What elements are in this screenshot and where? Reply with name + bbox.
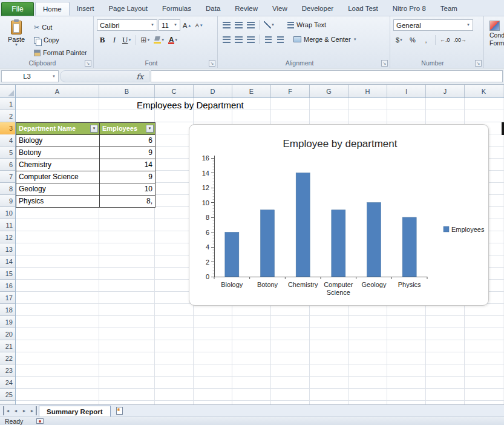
- table-cell[interactable]: 8,: [100, 196, 155, 208]
- row-header-24[interactable]: 24: [0, 377, 15, 389]
- decrease-indent-button[interactable]: [263, 34, 273, 45]
- increase-decimal-button[interactable]: ← .0: [439, 35, 451, 45]
- borders-button[interactable]: ⊞ ▼: [139, 35, 151, 45]
- font-dialog-launcher-icon[interactable]: ↘: [209, 60, 215, 67]
- column-header-j[interactable]: J: [426, 85, 465, 98]
- top-align-button[interactable]: [221, 19, 232, 30]
- underline-button[interactable]: U ▼: [121, 35, 133, 45]
- row-header-18[interactable]: 18: [0, 304, 15, 316]
- grow-font-button[interactable]: A▲: [182, 20, 192, 31]
- tab-view[interactable]: View: [265, 2, 295, 16]
- name-box[interactable]: L3 ▼: [1, 70, 59, 82]
- orientation-button[interactable]: ▼: [263, 19, 276, 30]
- prev-sheet-button[interactable]: ◄: [11, 406, 20, 415]
- bold-button[interactable]: B: [97, 35, 108, 45]
- row-header-22[interactable]: 22: [0, 352, 15, 364]
- sheet-tab-summary-report[interactable]: Summary Report: [39, 406, 111, 417]
- font-size-combo[interactable]: 11 ▼: [159, 19, 180, 31]
- row-header-10[interactable]: 10: [0, 207, 15, 219]
- increase-indent-button[interactable]: [275, 34, 286, 45]
- number-dialog-launcher-icon[interactable]: ↘: [475, 60, 482, 67]
- row-header-3[interactable]: 3: [0, 122, 15, 134]
- tab-review[interactable]: Review: [227, 2, 265, 16]
- middle-align-button[interactable]: [233, 19, 244, 30]
- table-header-department-name[interactable]: Department Name▼: [16, 123, 100, 135]
- tab-page-layout[interactable]: Page Layout: [101, 2, 155, 16]
- row-header-23[interactable]: 23: [0, 364, 15, 377]
- row-header-21[interactable]: 21: [0, 340, 15, 352]
- number-format-combo[interactable]: General ▼: [393, 19, 473, 31]
- row-header-4[interactable]: 4: [0, 134, 15, 147]
- table-cell[interactable]: 6: [100, 135, 155, 147]
- copy-button[interactable]: Copy: [32, 35, 89, 45]
- worksheet-title-cell[interactable]: Employees by Department: [137, 99, 244, 111]
- table-cell[interactable]: Botony: [16, 147, 100, 159]
- row-header-15[interactable]: 15: [0, 268, 15, 280]
- font-name-combo[interactable]: Calibri ▼: [97, 19, 157, 31]
- table-cell[interactable]: 9: [100, 171, 155, 183]
- fill-color-button[interactable]: ▼: [152, 35, 166, 45]
- row-header-11[interactable]: 11: [0, 219, 15, 231]
- decrease-decimal-button[interactable]: .00 →: [453, 35, 468, 45]
- tab-formulas[interactable]: Formulas: [155, 2, 198, 16]
- row-header-19[interactable]: 19: [0, 316, 15, 328]
- row-header-13[interactable]: 13: [0, 243, 15, 255]
- table-cell[interactable]: 9: [100, 147, 155, 159]
- column-header-h[interactable]: H: [349, 85, 387, 98]
- font-color-button[interactable]: A ▼: [167, 35, 179, 45]
- align-left-button[interactable]: [221, 34, 232, 45]
- table-cell[interactable]: Chemistry: [16, 159, 100, 171]
- table-header-employees[interactable]: Employees▼: [100, 123, 155, 135]
- clipboard-dialog-launcher-icon[interactable]: ↘: [85, 60, 91, 67]
- insert-worksheet-button[interactable]: ✱: [113, 406, 126, 417]
- table-cell[interactable]: Physics: [16, 196, 100, 208]
- row-header-12[interactable]: 12: [0, 231, 15, 243]
- column-header-k[interactable]: K: [465, 85, 503, 98]
- merge-center-button[interactable]: Merge & Center ▼: [292, 34, 359, 45]
- tab-nitro-pro-8[interactable]: Nitro Pro 8: [385, 2, 433, 16]
- column-header-b[interactable]: B: [99, 85, 155, 98]
- column-header-i[interactable]: I: [387, 85, 426, 98]
- filter-dropdown-button[interactable]: ▼: [146, 125, 154, 133]
- alignment-dialog-launcher-icon[interactable]: ↘: [381, 60, 388, 67]
- column-header-e[interactable]: E: [232, 85, 271, 98]
- align-right-button[interactable]: [245, 34, 256, 45]
- column-header-a[interactable]: A: [16, 85, 99, 98]
- select-all-corner[interactable]: [0, 85, 16, 98]
- macro-record-icon[interactable]: [36, 418, 44, 424]
- row-header-6[interactable]: 6: [0, 159, 15, 171]
- italic-button[interactable]: I: [109, 35, 120, 45]
- insert-function-button[interactable]: fx: [136, 72, 143, 81]
- tab-load-test[interactable]: Load Test: [341, 2, 385, 16]
- file-tab[interactable]: File: [1, 2, 34, 16]
- row-header-17[interactable]: 17: [0, 292, 15, 304]
- accounting-format-button[interactable]: $ ▼: [393, 35, 405, 45]
- tab-developer[interactable]: Developer: [295, 2, 341, 16]
- comma-style-button[interactable]: ,: [420, 35, 432, 45]
- tab-home[interactable]: Home: [35, 2, 70, 16]
- column-header-c[interactable]: C: [155, 85, 194, 98]
- row-header-5[interactable]: 5: [0, 147, 15, 159]
- column-header-f[interactable]: F: [271, 85, 310, 98]
- table-cell[interactable]: Computer Science: [16, 171, 100, 183]
- row-header-1[interactable]: 1: [0, 98, 15, 110]
- format-painter-button[interactable]: Format Painter: [32, 47, 89, 58]
- table-cell[interactable]: Biology: [16, 135, 100, 147]
- tab-team[interactable]: Team: [433, 2, 465, 16]
- tab-insert[interactable]: Insert: [70, 2, 102, 16]
- row-header-9[interactable]: 9: [0, 195, 15, 207]
- shrink-font-button[interactable]: A▼: [194, 20, 205, 31]
- chart-object[interactable]: Employee by department0246810121416Biolo…: [189, 124, 489, 306]
- row-header-7[interactable]: 7: [0, 171, 15, 183]
- table-cell[interactable]: Geology: [16, 183, 100, 196]
- row-header-8[interactable]: 8: [0, 183, 15, 195]
- row-header-14[interactable]: 14: [0, 255, 15, 268]
- paste-button[interactable]: Paste ▼: [3, 19, 30, 58]
- conditional-formatting-button[interactable]: Condi Forma: [487, 19, 504, 58]
- row-header-2[interactable]: 2: [0, 110, 15, 122]
- tab-data[interactable]: Data: [198, 2, 227, 16]
- first-sheet-button[interactable]: ◄: [3, 406, 11, 415]
- formula-input[interactable]: [151, 70, 503, 82]
- next-sheet-button[interactable]: ►: [20, 406, 28, 415]
- filter-dropdown-button[interactable]: ▼: [90, 125, 98, 133]
